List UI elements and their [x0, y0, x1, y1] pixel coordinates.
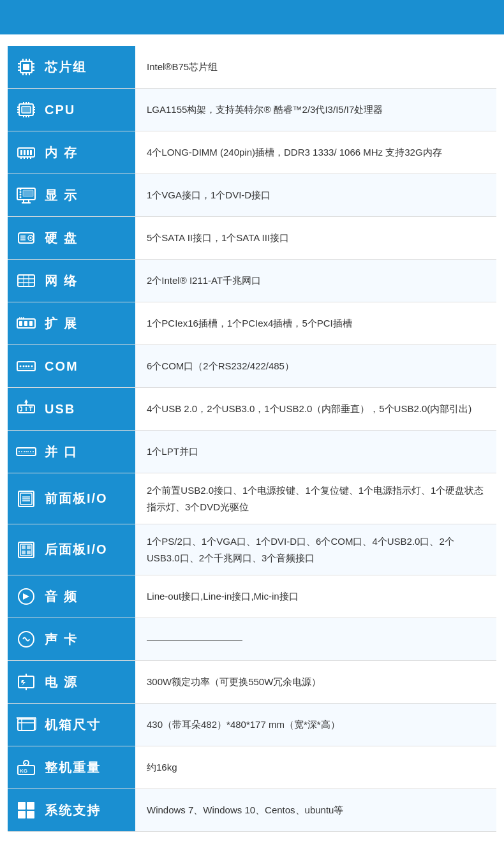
value-cell: 5个SATA II接口，1个SATA III接口 — [135, 217, 496, 260]
label-cell: 后面板I/O — [8, 524, 135, 575]
row-label: 后面板I/O — [45, 541, 108, 558]
svg-rect-106 — [18, 719, 34, 730]
svg-rect-59 — [24, 321, 27, 326]
svg-point-84 — [26, 451, 27, 452]
table-row: 芯片组Intel®B75芯片组 — [8, 46, 496, 89]
row-label: 芯片组 — [45, 59, 87, 76]
svg-rect-96 — [22, 545, 26, 549]
svg-rect-30 — [24, 150, 26, 155]
value-cell: 2个前置USB2.0接口、1个电源按键、1个复位键、1个电源指示灯、1个硬盘状态… — [135, 473, 496, 524]
table-row: COM6个COM口（2个RS232/422/485） — [8, 345, 496, 388]
svg-rect-28 — [18, 148, 34, 157]
row-label: 机箱尺寸 — [45, 716, 101, 734]
value-cell: 300W额定功率（可更换550W冗余电源） — [135, 661, 496, 704]
svg-marker-101 — [23, 593, 29, 600]
soundcard-icon — [14, 627, 38, 651]
label-cell: 硬 盘 — [8, 217, 135, 260]
svg-point-86 — [30, 451, 31, 452]
label-cell: 前面板I/O — [8, 473, 135, 524]
value-cell: 4个USB 2.0，2个USB3.0，1个USB2.0（内部垂直），5个USB2… — [135, 388, 496, 431]
label-cell: CPU — [8, 89, 135, 131]
row-label: 整机重量 — [45, 759, 101, 776]
table-row: 机箱尺寸430（带耳朵482）*480*177 mm（宽*深*高） — [8, 704, 496, 746]
row-label: 电 源 — [45, 674, 78, 691]
row-label: 硬 盘 — [45, 230, 78, 247]
table-row: 并 口1个LPT并口 — [8, 431, 496, 473]
svg-point-42 — [20, 191, 22, 193]
svg-rect-97 — [27, 545, 31, 549]
value-cell: 4个LONG-DIMM (240pin)插槽，DDR3 1333/ 1066 M… — [135, 131, 496, 174]
svg-point-66 — [23, 366, 25, 367]
row-label: 音 频 — [45, 588, 78, 605]
network-icon — [14, 269, 38, 293]
value-cell: LGA1155构架，支持英特尔® 酷睿™2/3代I3/I5/I7处理器 — [135, 89, 496, 131]
svg-rect-60 — [29, 321, 33, 326]
value-cell: —————————— — [135, 618, 496, 661]
reario-icon — [14, 538, 38, 562]
svg-point-83 — [24, 451, 25, 452]
table-row: 声 卡—————————— — [8, 618, 496, 661]
specs-table-container: 芯片组Intel®B75芯片组 CPULGA1155构架，支持英特尔® 酷睿™2… — [0, 34, 504, 843]
row-label: 并 口 — [45, 443, 78, 461]
power-icon — [14, 670, 38, 694]
value-cell: 约16kg — [135, 746, 496, 789]
svg-text:KG: KG — [20, 768, 27, 774]
frontio-icon — [14, 487, 38, 511]
label-cell: 声 卡 — [8, 618, 135, 661]
value-cell: 6个COM口（2个RS232/422/485） — [135, 345, 496, 388]
value-cell: Intel®B75芯片组 — [135, 46, 496, 89]
usb-icon — [14, 397, 38, 421]
label-cell: 芯片组 — [8, 46, 135, 89]
parallel-icon — [14, 440, 38, 464]
table-row: 硬 盘5个SATA II接口，1个SATA III接口 — [8, 217, 496, 260]
svg-rect-29 — [20, 150, 22, 155]
value-cell: 2个Intel® I211-AT千兆网口 — [135, 260, 496, 302]
svg-rect-120 — [18, 811, 26, 818]
svg-point-82 — [21, 451, 22, 452]
table-row: 前面板I/O2个前置USB2.0接口、1个电源按键、1个复位键、1个电源指示灯、… — [8, 473, 496, 524]
audio-icon — [14, 584, 38, 609]
row-label: COM — [45, 359, 78, 374]
table-row: 电 源300W额定功率（可更换550W冗余电源） — [8, 661, 496, 704]
svg-point-41 — [20, 189, 22, 191]
expand-icon — [14, 311, 38, 336]
svg-rect-31 — [27, 150, 29, 155]
svg-point-43 — [20, 194, 22, 196]
svg-rect-32 — [30, 150, 32, 155]
row-label: 显 示 — [45, 187, 78, 204]
label-cell: USB — [8, 388, 135, 431]
com-icon — [14, 354, 38, 378]
casesize-icon — [14, 713, 38, 737]
value-cell: Windows 7、Windows 10、Centos、ubuntu等 — [135, 789, 496, 832]
svg-rect-119 — [27, 802, 34, 810]
display-icon — [14, 183, 38, 207]
label-cell: 网 络 — [8, 260, 135, 302]
row-label: 扩 展 — [45, 315, 78, 332]
svg-point-81 — [19, 451, 20, 452]
value-cell: 1个PS/2口、1个VGA口、1个DVI-D口、6个COM口、4个USB2.0口… — [135, 524, 496, 575]
svg-point-48 — [30, 237, 32, 239]
header — [0, 0, 504, 34]
table-row: 扩 展1个PCIex16插槽，1个PCIex4插槽，5个PCI插槽 — [8, 302, 496, 345]
os-icon — [14, 798, 38, 822]
row-label: 内 存 — [45, 144, 78, 161]
cpu-icon — [14, 98, 38, 122]
svg-rect-45 — [23, 190, 33, 196]
svg-rect-118 — [18, 802, 26, 810]
svg-rect-99 — [27, 551, 31, 554]
memory-icon — [14, 140, 38, 165]
table-row: CPULGA1155构架，支持英特尔® 酷睿™2/3代I3/I5/I7处理器 — [8, 89, 496, 131]
label-cell: KG 整机重量 — [8, 746, 135, 789]
table-row: 网 络2个Intel® I211-AT千兆网口 — [8, 260, 496, 302]
svg-point-44 — [20, 196, 22, 198]
svg-rect-103 — [19, 676, 34, 688]
svg-point-87 — [33, 451, 34, 452]
label-cell: 系统支持 — [8, 789, 135, 832]
row-label: 网 络 — [45, 272, 78, 290]
svg-point-69 — [31, 366, 33, 367]
label-cell: 电 源 — [8, 661, 135, 704]
label-cell: 扩 展 — [8, 302, 135, 345]
label-cell: 机箱尺寸 — [8, 704, 135, 746]
svg-point-67 — [26, 366, 27, 367]
chipset-icon — [14, 55, 38, 79]
